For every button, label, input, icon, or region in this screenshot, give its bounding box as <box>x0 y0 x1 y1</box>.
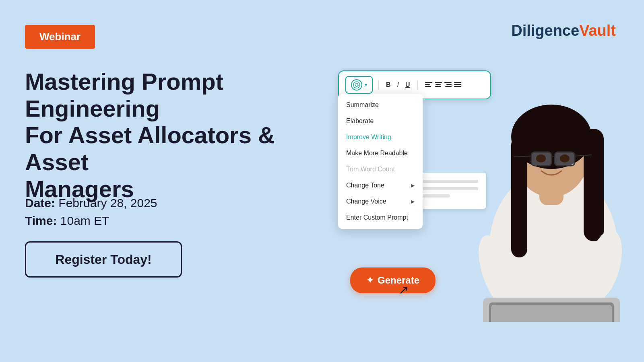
align-right-icon[interactable] <box>444 82 452 88</box>
change-tone-arrow-icon: ▶ <box>411 183 415 188</box>
ai-chevron-icon: ▾ <box>365 82 367 88</box>
align-icons <box>425 82 461 88</box>
generate-button[interactable]: ✦ Generate <box>350 267 436 293</box>
sparkle-icon: ✦ <box>366 275 374 286</box>
logo-vault-part: Vault <box>579 22 616 39</box>
bold-icon[interactable]: B <box>384 80 392 89</box>
change-voice-arrow-icon: ▶ <box>411 199 415 204</box>
align-justify-icon[interactable] <box>454 82 461 88</box>
dropdown-item-trim-word: Trim Word Count <box>338 161 423 177</box>
dropdown-item-summarize[interactable]: Summarize <box>338 97 423 113</box>
diligencevault-logo: DiligenceVault <box>511 22 616 39</box>
svg-point-12 <box>536 154 546 162</box>
toolbar-format-icons: B I U <box>384 80 412 89</box>
register-button[interactable]: Register Today! <box>25 241 182 278</box>
dropdown-item-elaborate[interactable]: Elaborate <box>338 113 423 129</box>
underline-icon[interactable]: U <box>404 80 412 89</box>
toolbar-divider-1 <box>378 80 379 90</box>
italic-icon[interactable]: I <box>396 80 400 89</box>
main-title: Mastering Prompt Engineering For Asset A… <box>25 68 339 202</box>
dropdown-item-custom-prompt[interactable]: Enter Custom Prompt <box>338 210 423 226</box>
dropdown-item-change-voice[interactable]: Change Voice ▶ <box>338 193 423 210</box>
svg-point-13 <box>560 154 570 162</box>
svg-rect-5 <box>511 137 527 257</box>
dropdown-item-improve-writing[interactable]: Improve Writing <box>338 129 423 145</box>
ai-dropdown-menu: Summarize Elaborate Improve Writing Make… <box>338 94 423 229</box>
event-info: Date: February 28, 2025 Time: 10am ET <box>25 196 157 232</box>
align-center-icon[interactable] <box>435 82 442 88</box>
dropdown-item-change-tone[interactable]: Change Tone ▶ <box>338 177 423 193</box>
svg-point-0 <box>353 82 360 88</box>
ai-button[interactable]: ▾ <box>345 76 373 94</box>
event-time-line: Time: 10am ET <box>25 214 157 228</box>
cursor-icon: ↗ <box>398 283 409 297</box>
event-date-line: Date: February 28, 2025 <box>25 196 157 210</box>
svg-rect-18 <box>491 305 612 322</box>
align-left-icon[interactable] <box>425 82 432 88</box>
ai-icon <box>351 79 362 90</box>
dropdown-item-make-readable[interactable]: Make More Readable <box>338 145 423 161</box>
toolbar-divider-2 <box>417 80 418 90</box>
svg-rect-6 <box>584 129 604 241</box>
webinar-badge: Webinar <box>25 25 95 49</box>
logo-diligence-part: Diligence <box>511 22 579 39</box>
